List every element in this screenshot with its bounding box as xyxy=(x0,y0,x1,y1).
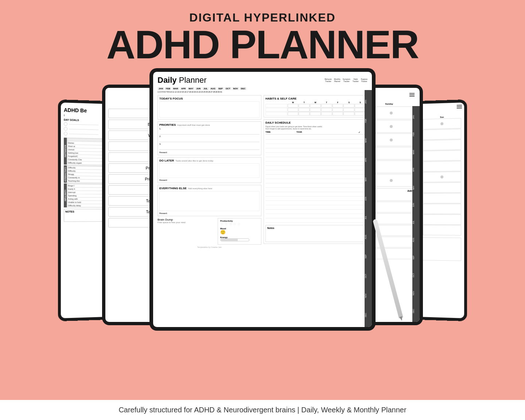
schedule-row-2[interactable] xyxy=(265,140,366,144)
r-mar-sun[interactable] xyxy=(423,129,461,140)
sidebar-jul[interactable]: JUL xyxy=(365,215,372,220)
month-may[interactable]: MAY xyxy=(187,87,194,90)
date-3[interactable]: 3 xyxy=(160,91,162,93)
sidebar-oct[interactable]: OCT xyxy=(365,273,372,279)
month-jun[interactable]: JUN xyxy=(195,87,202,90)
date-21[interactable]: 21 xyxy=(196,91,198,93)
r-jun-sun[interactable] xyxy=(423,161,461,172)
date-15[interactable]: 15 xyxy=(182,91,184,93)
date-29[interactable]: 29 xyxy=(215,91,218,93)
month-nov[interactable]: NOV xyxy=(232,87,239,90)
date-25[interactable]: 25 xyxy=(206,91,208,93)
habit-row-1-label[interactable] xyxy=(265,104,287,108)
date-22[interactable]: 22 xyxy=(199,91,201,93)
habit-r2-f[interactable] xyxy=(332,108,343,112)
schedule-row-4[interactable] xyxy=(265,148,366,153)
date-23[interactable]: 23 xyxy=(201,91,203,93)
schedule-row-14[interactable] xyxy=(265,192,366,197)
mrsidebar-mar[interactable]: MAR xyxy=(412,149,420,155)
schedule-row-1[interactable] xyxy=(265,135,366,140)
r-sep-sun[interactable] xyxy=(423,193,461,203)
habit-r1-s2[interactable] xyxy=(355,104,366,108)
mrsidebar-apr[interactable]: APR xyxy=(412,167,420,172)
month-aug[interactable]: AUG xyxy=(210,87,217,90)
r-dec-sun[interactable] xyxy=(423,225,461,236)
r-oct-sun[interactable] xyxy=(423,204,461,214)
habit-r2-t2[interactable] xyxy=(321,108,332,112)
habit-row-2-label[interactable] xyxy=(265,108,287,112)
date-19[interactable]: 19 xyxy=(191,91,194,93)
do-later-box[interactable] xyxy=(159,163,260,178)
month-jul[interactable]: JUL xyxy=(202,87,209,90)
everything-else-box[interactable] xyxy=(159,191,260,211)
habit-r2-s[interactable] xyxy=(343,108,354,112)
sidebar-apr[interactable]: APR xyxy=(365,157,372,163)
priority-line-1[interactable] xyxy=(159,130,260,135)
nav-btn-monthly[interactable]: MonthlyPlanner xyxy=(334,78,341,82)
nav-btn-behavior[interactable]: BehaviorTracker xyxy=(325,78,332,82)
r-apr-sun[interactable] xyxy=(423,140,461,151)
date-14[interactable]: 14 xyxy=(179,91,182,93)
date-8[interactable]: 8 xyxy=(167,91,168,93)
mrsidebar-jun[interactable]: JUN xyxy=(412,202,420,208)
priority-line-2[interactable] xyxy=(159,138,260,142)
priority-line-3[interactable] xyxy=(159,145,260,150)
habit-r1-t[interactable] xyxy=(299,104,310,108)
habit-r1-s[interactable] xyxy=(343,104,354,108)
habit-r3-s2[interactable] xyxy=(355,112,366,116)
date-12[interactable]: 12 xyxy=(175,91,177,93)
schedule-row-15[interactable] xyxy=(265,197,366,201)
productivity-stars[interactable]: ☆ ☆ ☆ ☆ ☆ xyxy=(220,222,259,226)
sidebar-jan[interactable]: JAN xyxy=(365,99,372,104)
date-1[interactable]: 1 xyxy=(158,91,159,93)
date-18[interactable]: 18 xyxy=(189,91,191,93)
sidebar-may[interactable]: MAY xyxy=(365,176,372,182)
habit-r3-t2[interactable] xyxy=(321,112,332,116)
schedule-row-7[interactable] xyxy=(265,162,366,166)
month-feb[interactable]: FEB xyxy=(165,87,171,90)
sidebar-dec[interactable]: DEC xyxy=(365,312,372,318)
habit-r3-s[interactable] xyxy=(343,112,354,116)
habit-r3-t[interactable] xyxy=(299,112,310,116)
date-30[interactable]: 30 xyxy=(218,91,220,93)
date-16[interactable]: 16 xyxy=(184,91,186,93)
habit-r3-m[interactable] xyxy=(288,112,299,116)
nav-btn-symptom[interactable]: SymptomTracker xyxy=(343,78,350,82)
habit-r1-m[interactable] xyxy=(288,104,299,108)
month-apr[interactable]: APR xyxy=(180,87,187,90)
date-9[interactable]: 9 xyxy=(168,91,170,93)
mrsidebar-sep[interactable]: SEP xyxy=(412,255,420,260)
month-dec[interactable]: DEC xyxy=(240,87,247,90)
date-7[interactable]: 7 xyxy=(166,91,167,93)
date-13[interactable]: 13 xyxy=(177,91,179,93)
schedule-row-11[interactable] xyxy=(265,179,366,183)
date-27[interactable]: 27 xyxy=(211,91,213,93)
mrsidebar-dec[interactable]: DEC xyxy=(412,308,420,314)
date-17[interactable]: 17 xyxy=(187,91,189,93)
date-4[interactable]: 4 xyxy=(162,91,163,93)
date-26[interactable]: 26 xyxy=(208,91,210,93)
date-6[interactable]: 6 xyxy=(164,91,166,93)
month-mar[interactable]: MAR xyxy=(172,87,179,90)
date-2[interactable]: 2 xyxy=(159,91,160,93)
sidebar-nov[interactable]: NOV xyxy=(365,293,372,299)
schedule-row-18[interactable] xyxy=(265,210,366,214)
schedule-row-5[interactable] xyxy=(265,153,366,157)
habit-r2-t[interactable] xyxy=(299,108,310,112)
r-nov-sun[interactable] xyxy=(423,214,461,225)
notes-area[interactable] xyxy=(267,229,364,240)
sidebar-aug[interactable]: AUG xyxy=(365,234,372,240)
mrsidebar-oct[interactable]: OCT xyxy=(412,272,420,278)
mrsidebar-jan[interactable]: JAN xyxy=(412,114,420,120)
habit-r2-w[interactable] xyxy=(310,108,321,112)
mrsidebar-jul[interactable]: JUL xyxy=(412,220,420,225)
date-31[interactable]: 31 xyxy=(220,91,222,93)
todays-focus-box[interactable] xyxy=(159,101,260,118)
habit-r3-f[interactable] xyxy=(332,112,343,116)
habit-r2-s2[interactable] xyxy=(355,108,366,112)
schedule-row-6[interactable] xyxy=(265,157,366,162)
sidebar-sep[interactable]: SEP xyxy=(365,254,372,259)
sidebar-feb[interactable]: FEB xyxy=(365,118,372,124)
date-28[interactable]: 28 xyxy=(213,91,215,93)
month-jan[interactable]: JAN xyxy=(158,87,164,90)
